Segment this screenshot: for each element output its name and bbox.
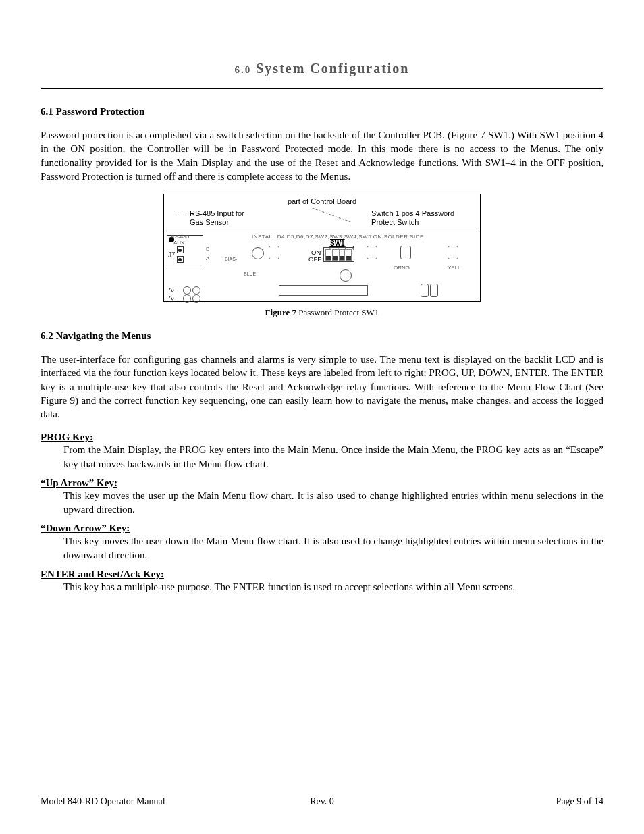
fig-right-label-1: Switch 1 pos 4 Password bbox=[371, 209, 454, 217]
figure-7: part of Control Board RS-485 Input for G… bbox=[41, 194, 603, 302]
a-text: A bbox=[206, 255, 209, 261]
prog-key-label: PROG Key: bbox=[41, 432, 603, 443]
tiny-circle-3 bbox=[183, 294, 191, 303]
page-container: 6.0 System Configuration 6.1 Password Pr… bbox=[0, 0, 644, 834]
enter-key-desc: This key has a multiple-use purpose. The… bbox=[63, 580, 603, 594]
j7-text: J7 bbox=[168, 251, 176, 259]
header-rule bbox=[41, 88, 603, 89]
figure-7-caption-bold: Figure 7 bbox=[265, 307, 296, 317]
paragraph-6-1: Password protection is accomplished via … bbox=[41, 128, 603, 183]
tiny-circle-2 bbox=[192, 286, 200, 294]
figure-7-frame: part of Control Board RS-485 Input for G… bbox=[163, 194, 481, 302]
up-key-label: “Up Arrow” Key: bbox=[41, 477, 603, 489]
paragraph-6-2: The user-interface for configuring gas c… bbox=[41, 353, 603, 421]
fig-part-label: part of Control Board bbox=[164, 197, 480, 205]
orng-text: ORNG bbox=[394, 265, 410, 271]
fig-left-label-2: Gas Sensor bbox=[190, 218, 229, 226]
pin-b bbox=[177, 246, 184, 253]
tiny-circle-4 bbox=[192, 294, 200, 303]
heading-6-2: 6.2 Navigating the Menus bbox=[41, 330, 603, 342]
fig-right-label-2: Protect Switch bbox=[371, 218, 419, 226]
fig-left-label: RS-485 Input for Gas Sensor bbox=[190, 209, 244, 227]
wave-icon-2: ∿ bbox=[168, 293, 175, 303]
down-key-label: “Down Arrow” Key: bbox=[41, 523, 603, 534]
off-text: OFF bbox=[308, 255, 321, 263]
section-number: 6.0 bbox=[235, 64, 252, 75]
component-cap-5 bbox=[421, 284, 429, 297]
figure-7-caption-text: Password Protect SW1 bbox=[296, 307, 379, 317]
dip-switch-sw1 bbox=[323, 247, 354, 262]
component-cap-6 bbox=[430, 284, 438, 297]
blue-text: BLUE bbox=[244, 271, 256, 276]
yell-text: YELL bbox=[448, 265, 461, 271]
leader-line-right bbox=[313, 208, 351, 222]
fig-left-label-1: RS-485 Input for bbox=[190, 209, 244, 217]
section-title: System Configuration bbox=[256, 61, 409, 76]
prog-key-desc: From the Main Display, the PROG key ente… bbox=[63, 443, 603, 471]
component-cap-3 bbox=[400, 246, 411, 259]
b-text: B bbox=[206, 246, 209, 252]
chapter-heading: 6.0 System Configuration bbox=[41, 61, 603, 76]
figure-7-caption: Figure 7 Password Protect SW1 bbox=[41, 307, 603, 318]
aux-text: AUX bbox=[173, 240, 184, 246]
figure-7-pcb: INSTALL D4,D5,D6,D7,SW2,SW3,SW4,SW5 ON S… bbox=[164, 232, 480, 303]
component-cap-2 bbox=[367, 246, 377, 259]
pin-a bbox=[177, 256, 184, 263]
fig-right-label: Switch 1 pos 4 Password Protect Switch bbox=[371, 209, 454, 227]
figure-7-top: part of Control Board RS-485 Input for G… bbox=[164, 194, 480, 232]
heading-6-1: 6.1 Password Protection bbox=[41, 106, 603, 118]
component-circle-2 bbox=[340, 269, 352, 282]
tiny-circle-1 bbox=[183, 286, 191, 294]
up-key-desc: This key moves the user up the Main Menu… bbox=[63, 489, 603, 517]
pcb-install-text: INSTALL D4,D5,D6,D7,SW2,SW3,SW4,SW5 ON S… bbox=[252, 234, 424, 240]
bias-text: BIAS- bbox=[225, 257, 237, 261]
rs485-text: RS-485 bbox=[171, 234, 189, 240]
component-circle-1 bbox=[252, 247, 264, 259]
component-cap-4 bbox=[448, 246, 458, 259]
component-cap-1 bbox=[269, 246, 279, 259]
page-footer: Model 840-RD Operator Manual Rev. 0 Page… bbox=[41, 796, 603, 807]
enter-key-label: ENTER and Reset/Ack Key: bbox=[41, 569, 603, 580]
down-key-desc: This key moves the user down the Main Me… bbox=[63, 534, 603, 562]
leader-line-left bbox=[176, 215, 188, 215]
footer-center: Rev. 0 bbox=[41, 796, 603, 807]
long-rect-component bbox=[279, 285, 368, 296]
